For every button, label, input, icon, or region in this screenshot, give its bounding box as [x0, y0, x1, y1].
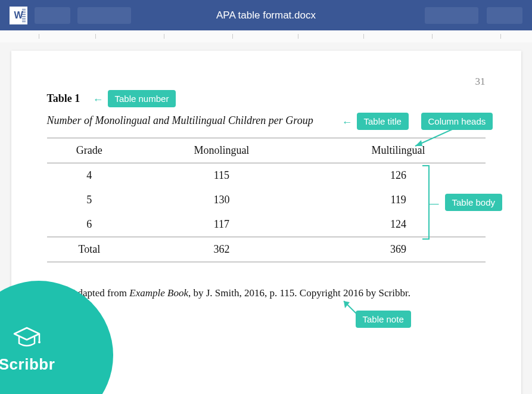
- graduation-cap-icon: [12, 325, 42, 352]
- table-row: 5 130 119: [47, 188, 486, 212]
- annotation-label-column-heads: Column heads: [421, 113, 493, 130]
- table-row: 6 117 124: [47, 212, 486, 237]
- annotation-label-table-title: Table title: [357, 113, 409, 130]
- titlebar-placeholder: [425, 7, 478, 24]
- svg-point-5: [38, 341, 41, 343]
- annotation-label-table-note: Table note: [356, 311, 411, 328]
- arrow-icon: ←: [342, 116, 353, 129]
- arrow-icon: ←: [93, 94, 104, 106]
- column-head: Multilingual: [312, 138, 486, 163]
- ruler: [0, 30, 532, 42]
- table-row: 4 115 126: [47, 163, 486, 188]
- table-total-row: Total 362 369: [47, 237, 486, 262]
- table-title: Number of Monolingual and Multilingual C…: [47, 114, 486, 127]
- titlebar-placeholder: [487, 7, 522, 24]
- word-app-icon: W: [10, 7, 27, 24]
- document-title: APA table format.docx: [216, 10, 316, 21]
- titlebar-placeholder: [35, 7, 70, 24]
- scribbr-logo-text: Scribbr: [0, 355, 55, 374]
- annotation-label-table-body: Table body: [445, 194, 503, 211]
- titlebar-placeholder: [77, 7, 131, 24]
- column-head: Grade: [47, 138, 132, 163]
- apa-table: Grade Monolingual Multilingual 4 115 126…: [47, 138, 486, 262]
- titlebar: W APA table format.docx: [0, 0, 532, 30]
- svg-marker-1: [415, 140, 422, 146]
- column-head: Monolingual: [132, 138, 312, 163]
- arrow-icon: [410, 129, 458, 153]
- svg-marker-3: [344, 301, 350, 308]
- annotation-label-table-number: Table number: [108, 90, 176, 107]
- page-number: 31: [475, 76, 486, 88]
- dash-icon: —: [430, 198, 439, 209]
- table-note: Note. Adapted from Example Book, by J. S…: [47, 287, 486, 299]
